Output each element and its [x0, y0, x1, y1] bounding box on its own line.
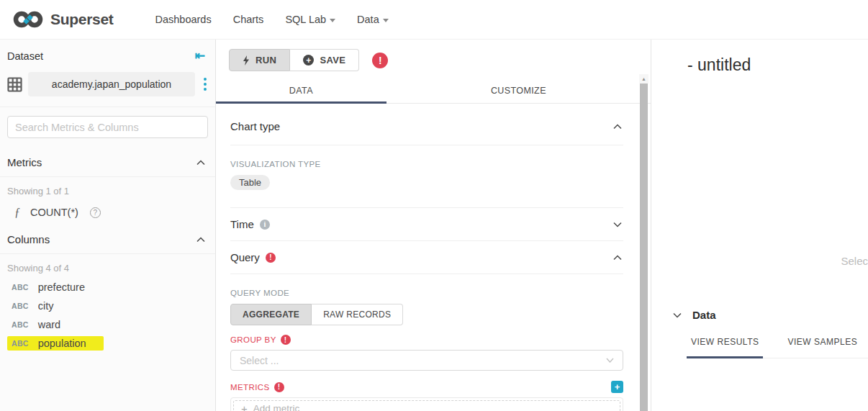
column-item[interactable]: ABCprefecture: [0, 278, 215, 297]
infinity-logo-icon: [12, 10, 45, 29]
search-input[interactable]: [7, 116, 208, 138]
divider: [230, 274, 623, 274]
superset-explore-window: Superset Dashboards Charts SQL Lab Data …: [0, 0, 868, 411]
tab-view-results[interactable]: VIEW RESULTS: [691, 337, 759, 358]
chart-type-section-header[interactable]: Chart type: [230, 104, 623, 145]
columns-count: Showing 4 of 4: [0, 254, 215, 278]
superset-logo[interactable]: Superset: [12, 10, 113, 29]
column-type-badge: ABC: [12, 302, 29, 310]
column-item-highlighted[interactable]: ABCpopulation: [0, 334, 215, 353]
run-save-button-group: RUN + SAVE: [229, 49, 359, 71]
chevron-up-icon: [613, 124, 622, 130]
chart-title[interactable]: - untitled: [687, 55, 751, 75]
data-section-header[interactable]: Data: [651, 309, 868, 321]
error-icon: !: [274, 382, 284, 392]
viz-type-chip[interactable]: Table: [230, 175, 270, 190]
scrollbar-thumb[interactable]: [640, 83, 648, 411]
metrics-control: + Add metric: [230, 397, 623, 411]
nav-item-dashboards[interactable]: Dashboards: [155, 14, 211, 25]
aggregate-button[interactable]: AGGREGATE: [230, 304, 312, 325]
dataset-panel-title: Dataset: [7, 50, 43, 62]
table-grid-icon: [7, 77, 22, 92]
plus-icon: +: [241, 402, 248, 411]
tab-data[interactable]: DATA: [216, 78, 386, 103]
nav-item-sql-lab[interactable]: SQL Lab: [285, 14, 335, 25]
tab-customize[interactable]: CUSTOMIZE: [386, 78, 651, 103]
tab-view-samples[interactable]: VIEW SAMPLES: [787, 337, 857, 358]
chart-preview-panel: - untitled Selec Data VIEW RESULTS VIEW …: [651, 40, 868, 411]
metrics-label: METRICS!: [230, 382, 284, 392]
collapse-panel-icon[interactable]: ⇤: [195, 50, 205, 62]
save-button[interactable]: + SAVE: [290, 49, 359, 71]
chevron-up-icon: [613, 255, 622, 261]
column-type-badge: ABC: [12, 283, 29, 292]
add-metric-popover-button[interactable]: +: [611, 381, 623, 393]
chevron-down-icon: [383, 19, 389, 22]
nav-item-charts[interactable]: Charts: [233, 14, 264, 25]
data-results-section: Data VIEW RESULTS VIEW SAMPLES: [651, 309, 868, 358]
clipped-placeholder-text: Selec: [841, 255, 868, 267]
raw-records-button[interactable]: RAW RECORDS: [312, 304, 403, 325]
divider: [230, 145, 623, 145]
error-icon: !: [281, 335, 291, 345]
function-icon: ƒ: [14, 206, 20, 219]
metrics-section-header[interactable]: Metrics: [0, 147, 215, 176]
column-type-badge: ABC: [12, 320, 29, 329]
columns-section-header[interactable]: Columns: [0, 224, 215, 253]
nav-item-data[interactable]: Data: [357, 14, 389, 25]
scroll-up-arrow-icon[interactable]: ▲: [639, 74, 648, 83]
query-section-header[interactable]: Query!: [230, 241, 623, 274]
column-type-badge: ABC: [12, 339, 29, 348]
dataset-selector[interactable]: academy.japan_population: [28, 72, 195, 96]
metrics-count: Showing 1 of 1: [0, 177, 215, 201]
add-metric-button[interactable]: + Add metric: [233, 400, 620, 411]
help-icon[interactable]: ?: [90, 207, 101, 218]
dataset-panel: Dataset ⇤ academy.japan_population M: [0, 40, 216, 411]
visualization-type-label: VISUALIZATION TYPE: [230, 160, 623, 168]
error-icon: !: [266, 253, 276, 263]
results-tabs: VIEW RESULTS VIEW SAMPLES: [691, 337, 868, 358]
chevron-down-icon: [613, 222, 622, 227]
group-by-select[interactable]: Select ...: [230, 350, 623, 371]
query-mode-label: QUERY MODE: [230, 289, 623, 297]
chevron-up-icon: [196, 160, 205, 166]
error-alert-icon[interactable]: !: [372, 53, 388, 68]
brand-name: Superset: [50, 11, 113, 28]
column-item[interactable]: ABCward: [0, 315, 215, 334]
chevron-up-icon: [196, 237, 205, 243]
query-mode-toggle: AGGREGATE RAW RECORDS: [230, 304, 623, 325]
control-tabs: DATA CUSTOMIZE: [216, 78, 651, 104]
run-button[interactable]: RUN: [229, 49, 290, 71]
dataset-options-menu-icon[interactable]: [201, 76, 209, 92]
metric-item[interactable]: ƒ COUNT(*) ?: [0, 201, 215, 224]
time-section-header[interactable]: Timei: [230, 208, 623, 240]
chart-control-panel: RUN + SAVE ! DATA CUSTOMIZE Chart type: [216, 40, 651, 411]
plus-circle-icon: +: [303, 55, 314, 66]
chevron-down-icon: [330, 19, 335, 22]
chevron-down-icon: [673, 312, 682, 318]
top-navbar: Superset Dashboards Charts SQL Lab Data: [0, 0, 868, 40]
vertical-scrollbar[interactable]: ▲: [639, 74, 648, 411]
column-item[interactable]: ABCcity: [0, 297, 215, 315]
lightning-bolt-icon: [243, 55, 250, 66]
chevron-down-icon: [606, 358, 614, 363]
info-icon[interactable]: i: [260, 220, 270, 230]
group-by-label: GROUP BY!: [230, 335, 623, 345]
highlight-annotation: ABCpopulation: [7, 336, 104, 351]
